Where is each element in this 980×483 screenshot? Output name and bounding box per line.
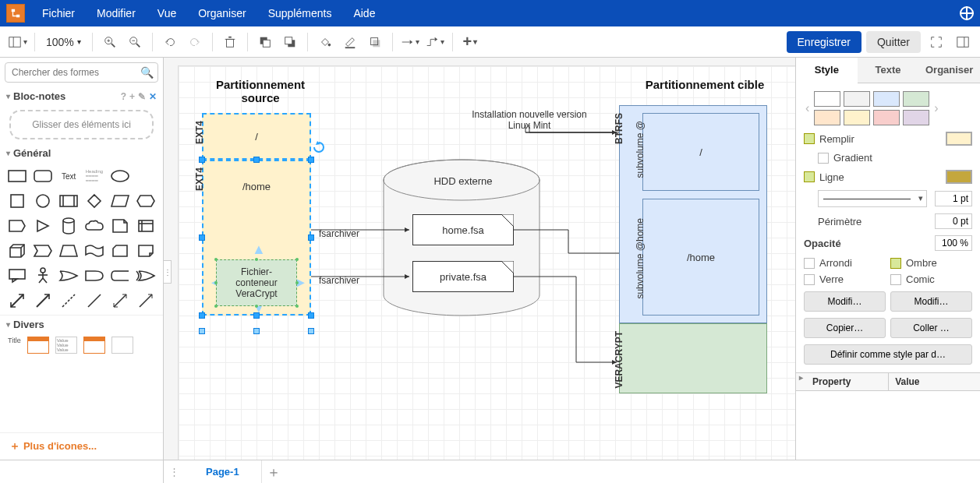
glass-check[interactable]	[804, 274, 815, 285]
copy-style-button[interactable]: Copier…	[804, 318, 886, 338]
waypoints-button[interactable]	[424, 31, 446, 53]
menu-arrange[interactable]: Organiser	[187, 0, 256, 26]
zoom-in-button[interactable]	[99, 31, 121, 53]
undo-button[interactable]	[159, 31, 181, 53]
swatch-red[interactable]	[873, 110, 900, 125]
opacity-input[interactable]	[935, 235, 972, 251]
shape-xor[interactable]	[134, 265, 157, 287]
line-width-input[interactable]	[935, 191, 972, 206]
edit-style-button[interactable]: Modifi…	[804, 291, 886, 312]
shape-line[interactable]	[83, 290, 106, 312]
shape-parallelogram[interactable]	[108, 190, 131, 212]
delete-button[interactable]	[219, 31, 241, 53]
redo-button[interactable]	[184, 31, 206, 53]
swatch-green[interactable]	[903, 91, 929, 107]
shape-rect[interactable]	[6, 165, 29, 187]
shape-tape[interactable]	[83, 240, 106, 262]
shape-arrow-thin-bidir[interactable]	[108, 290, 131, 312]
paste-style-button[interactable]: Coller …	[890, 318, 972, 338]
swatch-orange[interactable]	[814, 110, 840, 125]
target-veracrypt-box[interactable]	[619, 323, 767, 393]
shape-datastore[interactable]	[108, 265, 131, 287]
add-icon[interactable]: +	[129, 91, 135, 102]
misc-table-4[interactable]	[111, 337, 133, 354]
shape-cylinder[interactable]	[58, 215, 80, 237]
line-check[interactable]	[804, 171, 815, 182]
quit-button[interactable]: Quitter	[866, 31, 921, 53]
shape-line-dashed[interactable]	[58, 290, 80, 312]
menu-help[interactable]: Aide	[342, 0, 386, 26]
menu-file[interactable]: Fichier	[31, 0, 86, 26]
shape-internal-storage[interactable]	[134, 215, 157, 237]
drawing-paper[interactable]: Partitionnement source Partitionnement c…	[178, 65, 795, 460]
target-home-box[interactable]: /home	[642, 199, 759, 316]
shadow-button[interactable]	[364, 31, 386, 53]
shape-arrow-bidir[interactable]	[6, 290, 29, 312]
swatch-purple[interactable]	[903, 110, 929, 125]
swatch-grey[interactable]	[844, 91, 870, 107]
shape-or[interactable]	[58, 265, 80, 287]
rounded-check[interactable]	[804, 258, 815, 269]
shape-triangle[interactable]	[32, 215, 55, 237]
add-page-button[interactable]: ＋	[262, 460, 285, 484]
fill-check[interactable]	[804, 133, 815, 144]
swatch-white[interactable]	[814, 91, 840, 107]
shape-process[interactable]	[58, 190, 80, 212]
shape-text[interactable]: Text	[58, 165, 80, 187]
shape-step[interactable]	[32, 240, 55, 262]
help-icon[interactable]: ?	[121, 91, 126, 102]
shape-arrow-thin[interactable]	[134, 290, 157, 312]
tab-style[interactable]: Style	[796, 58, 858, 83]
comic-check[interactable]	[890, 274, 901, 285]
view-mode-button[interactable]	[6, 31, 28, 53]
gradient-check[interactable]	[818, 153, 829, 164]
shape-cube[interactable]	[6, 240, 29, 262]
swatch-next[interactable]: ›	[932, 101, 939, 115]
line-color-button[interactable]	[339, 31, 361, 53]
format-panel-button[interactable]	[952, 31, 974, 53]
props-expand-icon[interactable]: ▸	[796, 373, 806, 390]
shape-trapezoid[interactable]	[58, 240, 80, 262]
shape-cloud[interactable]	[83, 215, 106, 237]
perimeter-input[interactable]	[935, 213, 972, 229]
swatch-blue[interactable]	[873, 91, 900, 107]
menu-extras[interactable]: Suppléments	[257, 0, 343, 26]
to-back-button[interactable]	[279, 31, 301, 53]
shape-callout[interactable]	[6, 265, 29, 287]
more-shapes-link[interactable]: ＋ Plus d'icones...	[0, 432, 163, 460]
fill-color-button[interactable]	[314, 31, 336, 53]
tab-arrange[interactable]: Organiser	[918, 58, 980, 83]
menu-edit[interactable]: Modifier	[86, 0, 147, 26]
zoom-display[interactable]: 100%▾	[41, 36, 86, 48]
shape-hexagon[interactable]	[134, 190, 157, 212]
shape-diamond[interactable]	[83, 190, 106, 212]
swatch-yellow[interactable]	[844, 110, 870, 125]
shape-and[interactable]	[83, 265, 106, 287]
misc-title-shape[interactable]: Title	[8, 337, 21, 354]
line-style-select[interactable]	[818, 190, 927, 207]
shape-card[interactable]	[108, 240, 131, 262]
fullscreen-button[interactable]	[925, 31, 947, 53]
shape-square[interactable]	[6, 190, 29, 212]
page-tab-1[interactable]: Page-1	[184, 460, 262, 484]
to-front-button[interactable]	[254, 31, 276, 53]
fill-color-swatch[interactable]	[946, 132, 972, 146]
connection-button[interactable]	[399, 31, 421, 53]
line-color-swatch[interactable]	[946, 170, 972, 184]
shape-actor[interactable]	[32, 265, 55, 287]
canvas[interactable]: ⋮ Partitionnement source Partitionnement…	[164, 58, 795, 460]
misc-table-3[interactable]	[83, 337, 105, 354]
menu-view[interactable]: Vue	[147, 0, 187, 26]
shape-circle[interactable]	[32, 190, 55, 212]
tab-text[interactable]: Texte	[858, 58, 919, 83]
scratchpad-drop[interactable]: Glisser des éléments ici	[9, 110, 154, 139]
language-icon[interactable]	[960, 6, 974, 20]
shape-heading[interactable]: Heading━━━━━━━━	[83, 165, 106, 187]
shape-pentagon[interactable]	[6, 215, 29, 237]
divers-header[interactable]: ▾ Divers	[0, 315, 163, 333]
search-shapes-input[interactable]	[5, 62, 158, 83]
scratchpad-header[interactable]: ▾ Bloc-notes ? + ✎ ✕	[0, 87, 163, 105]
swatch-prev[interactable]: ‹	[804, 101, 811, 115]
insert-button[interactable]: +	[459, 31, 481, 53]
close-icon[interactable]: ✕	[149, 91, 157, 102]
